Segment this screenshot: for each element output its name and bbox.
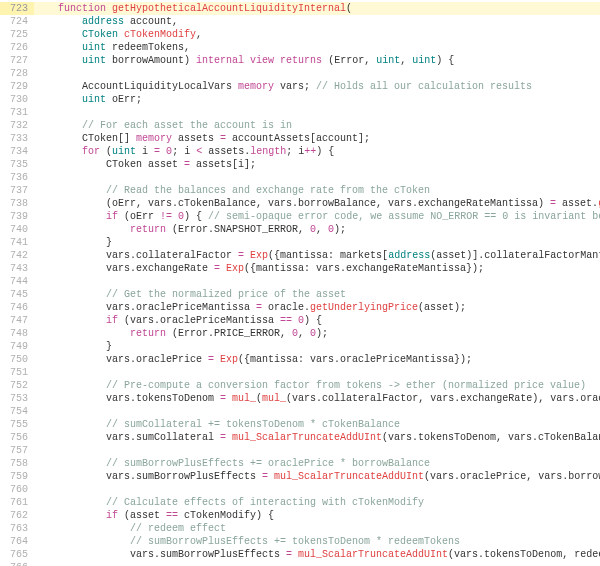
line-number: 729 <box>0 80 34 93</box>
line-number: 746 <box>0 301 34 314</box>
code-line[interactable]: return (Error.SNAPSHOT_ERROR, 0, 0); <box>34 223 600 236</box>
line-number: 732 <box>0 119 34 132</box>
line-number: 723 <box>0 2 34 15</box>
code-line[interactable]: if (oErr != 0) { // semi-opaque error co… <box>34 210 600 223</box>
code-line[interactable]: // Get the normalized price of the asset <box>34 288 600 301</box>
code-line[interactable]: // Calculate effects of interacting with… <box>34 496 600 509</box>
line-number: 758 <box>0 457 34 470</box>
line-number: 753 <box>0 392 34 405</box>
line-number: 762 <box>0 509 34 522</box>
line-number: 761 <box>0 496 34 509</box>
code-line[interactable] <box>34 67 600 80</box>
line-number-gutter: 7237247257267277287297307317327337347357… <box>0 0 34 566</box>
code-line[interactable]: CToken asset = assets[i]; <box>34 158 600 171</box>
code-line[interactable]: // sumCollateral += tokensToDenom * cTok… <box>34 418 600 431</box>
code-line[interactable]: address account, <box>34 15 600 28</box>
code-line[interactable]: } <box>34 236 600 249</box>
code-line[interactable]: // Pre-compute a conversion factor from … <box>34 379 600 392</box>
code-line[interactable]: // sumBorrowPlusEffects += tokensToDenom… <box>34 535 600 548</box>
code-line[interactable]: uint redeemTokens, <box>34 41 600 54</box>
code-line[interactable]: for (uint i = 0; i < assets.length; i++)… <box>34 145 600 158</box>
line-number: 754 <box>0 405 34 418</box>
line-number: 749 <box>0 340 34 353</box>
line-number: 757 <box>0 444 34 457</box>
line-number: 730 <box>0 93 34 106</box>
code-line[interactable]: vars.sumBorrowPlusEffects = mul_ScalarTr… <box>34 470 600 483</box>
code-line[interactable]: vars.sumCollateral = mul_ScalarTruncateA… <box>34 431 600 444</box>
line-number: 724 <box>0 15 34 28</box>
code-line[interactable]: vars.tokensToDenom = mul_(mul_(vars.coll… <box>34 392 600 405</box>
line-number: 752 <box>0 379 34 392</box>
line-number: 755 <box>0 418 34 431</box>
line-number: 748 <box>0 327 34 340</box>
code-line[interactable] <box>34 405 600 418</box>
code-line[interactable] <box>34 171 600 184</box>
line-number: 733 <box>0 132 34 145</box>
line-number: 736 <box>0 171 34 184</box>
code-line[interactable] <box>34 366 600 379</box>
code-line[interactable]: vars.collateralFactor = Exp({mantissa: m… <box>34 249 600 262</box>
line-number: 725 <box>0 28 34 41</box>
code-line[interactable]: } <box>34 340 600 353</box>
line-number: 742 <box>0 249 34 262</box>
code-editor[interactable]: 7237247257267277287297307317327337347357… <box>0 0 600 566</box>
code-line[interactable]: vars.sumBorrowPlusEffects = mul_ScalarTr… <box>34 548 600 561</box>
code-line[interactable]: vars.oraclePriceMantissa = oracle.getUnd… <box>34 301 600 314</box>
line-number: 731 <box>0 106 34 119</box>
code-line[interactable]: CToken cTokenModify, <box>34 28 600 41</box>
code-line[interactable]: (oErr, vars.cTokenBalance, vars.borrowBa… <box>34 197 600 210</box>
line-number: 726 <box>0 41 34 54</box>
code-line[interactable]: CToken[] memory assets = accountAssets[a… <box>34 132 600 145</box>
line-number: 751 <box>0 366 34 379</box>
line-number: 760 <box>0 483 34 496</box>
code-line[interactable]: // Read the balances and exchange rate f… <box>34 184 600 197</box>
code-line[interactable] <box>34 561 600 566</box>
line-number: 764 <box>0 535 34 548</box>
line-number: 738 <box>0 197 34 210</box>
line-number: 739 <box>0 210 34 223</box>
code-area[interactable]: function getHypotheticalAccountLiquidity… <box>34 0 600 566</box>
code-line[interactable]: // redeem effect <box>34 522 600 535</box>
code-line[interactable]: AccountLiquidityLocalVars memory vars; /… <box>34 80 600 93</box>
line-number: 756 <box>0 431 34 444</box>
code-line[interactable]: vars.oraclePrice = Exp({mantissa: vars.o… <box>34 353 600 366</box>
line-number: 759 <box>0 470 34 483</box>
code-line[interactable] <box>34 275 600 288</box>
code-line[interactable]: // sumBorrowPlusEffects += oraclePrice *… <box>34 457 600 470</box>
code-line[interactable]: if (asset == cTokenModify) { <box>34 509 600 522</box>
code-line[interactable]: uint borrowAmount) internal view returns… <box>34 54 600 67</box>
line-number: 728 <box>0 67 34 80</box>
line-number: 744 <box>0 275 34 288</box>
code-line[interactable] <box>34 444 600 457</box>
code-line[interactable] <box>34 483 600 496</box>
code-line[interactable]: vars.exchangeRate = Exp({mantissa: vars.… <box>34 262 600 275</box>
line-number: 740 <box>0 223 34 236</box>
code-line[interactable]: return (Error.PRICE_ERROR, 0, 0); <box>34 327 600 340</box>
code-line[interactable]: uint oErr; <box>34 93 600 106</box>
line-number: 737 <box>0 184 34 197</box>
line-number: 743 <box>0 262 34 275</box>
code-line[interactable]: // For each asset the account is in <box>34 119 600 132</box>
line-number: 734 <box>0 145 34 158</box>
code-line[interactable] <box>34 106 600 119</box>
code-line[interactable]: if (vars.oraclePriceMantissa == 0) { <box>34 314 600 327</box>
line-number: 735 <box>0 158 34 171</box>
line-number: 747 <box>0 314 34 327</box>
line-number: 766 <box>0 561 34 566</box>
line-number: 741 <box>0 236 34 249</box>
line-number: 727 <box>0 54 34 67</box>
line-number: 745 <box>0 288 34 301</box>
line-number: 763 <box>0 522 34 535</box>
code-line[interactable]: function getHypotheticalAccountLiquidity… <box>34 2 600 15</box>
line-number: 750 <box>0 353 34 366</box>
line-number: 765 <box>0 548 34 561</box>
